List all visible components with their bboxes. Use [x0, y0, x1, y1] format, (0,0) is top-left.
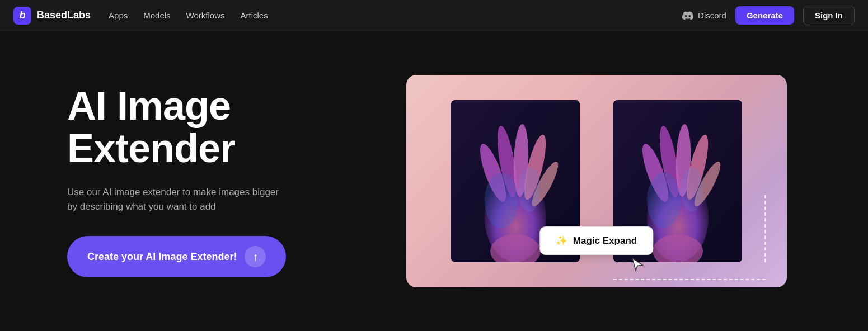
svg-point-9: [518, 167, 541, 212]
cta-label: Create your AI Image Extender!: [87, 251, 237, 263]
signin-button[interactable]: Sign In: [803, 6, 855, 25]
main-content: AI Image Extender Use our AI image exten…: [0, 31, 868, 331]
nav-link-articles[interactable]: Articles: [241, 11, 268, 20]
nav-links: Apps Models Workflows Articles: [109, 11, 664, 20]
discord-button[interactable]: Discord: [682, 10, 726, 21]
nav-link-apps[interactable]: Apps: [109, 11, 128, 20]
upload-icon: ↑: [245, 246, 266, 267]
logo[interactable]: b BasedLabs: [13, 7, 91, 25]
cursor-icon: [630, 257, 646, 273]
svg-point-18: [647, 173, 681, 229]
logo-icon: b: [13, 7, 31, 25]
hero-section: AI Image Extender Use our AI image exten…: [67, 85, 336, 277]
hero-title: AI Image Extender: [67, 85, 336, 169]
expansion-indicator-bottom: [613, 279, 766, 280]
nav-link-workflows[interactable]: Workflows: [186, 11, 225, 20]
generate-button[interactable]: Generate: [735, 6, 794, 25]
hero-description: Use our AI image extender to make images…: [67, 185, 280, 214]
magic-expand-label: Magic Expand: [573, 235, 637, 247]
navbar: b BasedLabs Apps Models Workflows Articl…: [0, 0, 868, 31]
cta-button[interactable]: Create your AI Image Extender! ↑: [67, 236, 286, 277]
nav-right: Discord Generate Sign In: [682, 6, 855, 25]
logo-text: BasedLabs: [37, 10, 91, 21]
expansion-indicator-right: [741, 195, 766, 262]
svg-point-8: [485, 173, 518, 229]
magic-wand-icon: ✨: [556, 235, 567, 247]
magic-expand-button[interactable]: ✨ Magic Expand: [539, 226, 653, 255]
demo-container: ✨ Magic Expand: [406, 75, 787, 287]
svg-point-19: [681, 167, 703, 212]
demo-section: ✨ Magic Expand: [369, 75, 823, 287]
nav-link-models[interactable]: Models: [143, 11, 170, 20]
discord-label: Discord: [698, 11, 726, 20]
discord-icon: [682, 10, 693, 21]
